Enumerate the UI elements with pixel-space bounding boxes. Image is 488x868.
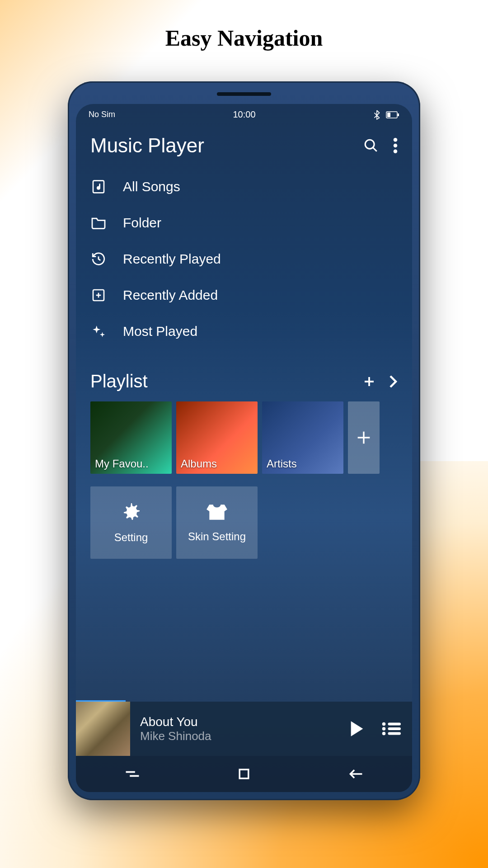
svg-point-21 [382, 732, 386, 736]
playlist-header: Playlist [76, 349, 412, 401]
status-bar: No Sim 10:00 [76, 104, 412, 123]
svg-rect-20 [388, 727, 401, 730]
playlist-card-artists[interactable]: Artists [262, 401, 343, 474]
svg-rect-1 [398, 113, 399, 116]
nav-item-folder[interactable]: Folder [90, 205, 398, 241]
playlist-card-label: Artists [262, 454, 343, 474]
nav-item-most-played[interactable]: Most Played [90, 313, 398, 349]
status-sim: No Sim [89, 110, 115, 119]
status-right [373, 110, 399, 120]
tshirt-icon [206, 502, 228, 522]
gear-icon [120, 501, 142, 523]
nav-label: Most Played [123, 324, 197, 339]
search-icon[interactable] [363, 138, 379, 153]
track-title: About You [140, 715, 339, 729]
back-icon[interactable] [347, 768, 364, 780]
now-playing-bar[interactable]: About You Mike Shinoda [76, 702, 412, 756]
bluetooth-icon [373, 110, 380, 120]
folder-icon [90, 215, 107, 231]
add-playlist-card[interactable] [348, 401, 380, 474]
nav-label: All Songs [123, 179, 180, 194]
settings-row: Setting Skin Setting [76, 474, 412, 571]
status-time: 10:00 [233, 109, 255, 120]
screen: No Sim 10:00 Music Player [76, 104, 412, 792]
queue-icon[interactable] [381, 722, 401, 736]
app-title: Music Player [90, 134, 204, 157]
svg-point-3 [365, 140, 374, 149]
progress-indicator [76, 700, 126, 702]
nav-list: All Songs Folder Recently Played Recentl… [76, 162, 412, 349]
more-icon[interactable] [393, 138, 398, 153]
album-art[interactable] [76, 702, 130, 756]
svg-point-19 [382, 727, 386, 731]
settings-card[interactable]: Setting [90, 486, 172, 559]
system-nav [76, 756, 412, 792]
svg-rect-23 [239, 769, 249, 778]
svg-rect-2 [387, 113, 390, 117]
playlist-title: Playlist [90, 371, 148, 392]
play-icon[interactable] [349, 720, 365, 738]
plus-box-icon [90, 287, 107, 303]
svg-point-5 [394, 138, 398, 142]
svg-point-6 [394, 144, 398, 148]
add-playlist-icon[interactable] [362, 375, 376, 388]
svg-rect-18 [388, 723, 401, 726]
nav-label: Folder [123, 215, 161, 231]
playlist-row: My Favou.. Albums Artists [76, 401, 412, 474]
skin-settings-card[interactable]: Skin Setting [176, 486, 258, 559]
app-header: Music Player [76, 123, 412, 162]
svg-line-4 [373, 147, 377, 151]
promo-title: Easy Navigation [0, 25, 488, 51]
playlist-card-label: My Favou.. [90, 454, 172, 474]
svg-point-17 [382, 722, 386, 726]
nav-item-recently-played[interactable]: Recently Played [90, 241, 398, 277]
svg-point-7 [394, 150, 398, 154]
track-info: About You Mike Shinoda [140, 715, 339, 743]
music-file-icon [90, 179, 107, 195]
svg-marker-16 [351, 721, 363, 736]
chevron-right-icon[interactable] [389, 375, 398, 388]
settings-label: Skin Setting [188, 530, 246, 543]
playlist-card-albums[interactable]: Albums [176, 401, 258, 474]
settings-label: Setting [114, 531, 148, 544]
phone-frame: No Sim 10:00 Music Player [68, 81, 420, 800]
speaker [217, 92, 271, 96]
home-icon[interactable] [238, 768, 250, 780]
battery-icon [386, 111, 399, 118]
nav-item-recently-added[interactable]: Recently Added [90, 277, 398, 313]
playlist-card-label: Albums [176, 454, 258, 474]
history-icon [90, 251, 107, 267]
sparkle-icon [90, 323, 107, 340]
recent-apps-icon[interactable] [124, 768, 141, 780]
nav-label: Recently Added [123, 288, 218, 303]
nav-label: Recently Played [123, 251, 221, 267]
nav-item-all-songs[interactable]: All Songs [90, 169, 398, 205]
playlist-card-favourites[interactable]: My Favou.. [90, 401, 172, 474]
svg-rect-22 [388, 732, 401, 735]
track-artist: Mike Shinoda [140, 729, 339, 743]
